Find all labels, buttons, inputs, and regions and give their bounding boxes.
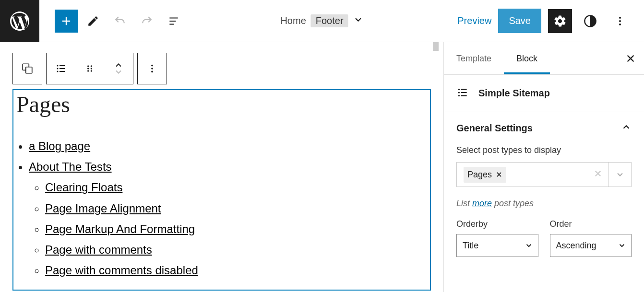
page-link[interactable]: About The Tests	[29, 160, 112, 173]
svg-point-22	[458, 89, 460, 90]
post-types-field: Select post types to display Pages	[444, 145, 644, 199]
tag-pages[interactable]: Pages	[464, 167, 506, 183]
wordpress-logo[interactable]	[0, 0, 39, 42]
svg-point-4	[619, 23, 621, 25]
panel-general-settings[interactable]: General Settings	[444, 112, 644, 145]
svg-point-20	[151, 68, 153, 70]
tab-block[interactable]: Block	[504, 42, 550, 74]
chevron-down-icon	[353, 14, 364, 27]
order-label: Order	[550, 219, 632, 229]
order-row: Orderby Title Order Ascending	[444, 219, 644, 257]
page-link[interactable]: Clearing Floats	[45, 181, 122, 194]
drag-handle[interactable]	[75, 53, 104, 84]
sidebar-tabs: Template Block	[444, 42, 644, 75]
clear-tags-button[interactable]	[588, 168, 608, 181]
svg-point-11	[57, 71, 59, 72]
svg-point-17	[87, 70, 89, 71]
list-item: Page with comments	[45, 239, 426, 260]
page-link[interactable]: Page with comments	[45, 243, 152, 256]
svg-rect-6	[26, 67, 32, 73]
main-area: Pages a Blog pageAbout The TestsClearing…	[0, 42, 644, 292]
block-info-header: Simple Sitemap	[444, 75, 644, 112]
page-link[interactable]: a Blog page	[29, 140, 90, 152]
toolbar-right-group: Preview Save	[457, 9, 644, 33]
page-link[interactable]: Page Markup And Formatting	[45, 222, 195, 235]
svg-rect-25	[461, 92, 467, 93]
dropdown-toggle[interactable]	[608, 163, 631, 187]
svg-point-14	[91, 65, 92, 67]
block-name: Simple Sitemap	[478, 88, 550, 99]
sitemap-heading: Pages	[16, 91, 426, 117]
document-outline-button[interactable]	[162, 10, 185, 33]
list-icon	[456, 86, 469, 100]
list-item: a Blog page	[29, 136, 426, 156]
orderby-field: Orderby Title	[456, 219, 538, 257]
undo-button[interactable]	[108, 10, 131, 33]
orderby-select[interactable]: Title	[456, 234, 538, 257]
block-options-button[interactable]	[138, 53, 167, 84]
styles-button[interactable]	[579, 10, 602, 33]
svg-point-26	[458, 95, 460, 96]
list-item: Page Image Alignment	[45, 198, 426, 219]
move-updown[interactable]	[104, 53, 133, 84]
doc-path: Home	[280, 15, 306, 26]
pages-list: a Blog pageAbout The TestsClearing Float…	[16, 136, 426, 280]
close-sidebar-button[interactable]	[620, 48, 641, 69]
preview-button[interactable]: Preview	[457, 15, 491, 26]
list-view-button[interactable]	[47, 53, 75, 84]
order-field: Order Ascending	[550, 219, 632, 257]
more-link[interactable]: more	[472, 199, 492, 208]
tab-template[interactable]: Template	[444, 42, 504, 74]
redo-button[interactable]	[135, 10, 158, 33]
settings-button[interactable]	[548, 9, 572, 33]
svg-point-15	[87, 68, 89, 69]
svg-rect-23	[461, 89, 467, 90]
post-types-hint: List more post types	[444, 199, 644, 219]
page-link[interactable]: Page Image Alignment	[45, 202, 161, 215]
orderby-label: Orderby	[456, 219, 538, 229]
svg-point-7	[57, 65, 59, 67]
block-type-button[interactable]	[13, 53, 42, 84]
list-item: Page with comments disabled	[45, 260, 426, 280]
settings-sidebar: Template Block Simple Sitemap General Se…	[443, 42, 644, 292]
post-types-label: Select post types to display	[456, 145, 632, 155]
svg-point-9	[57, 68, 59, 70]
svg-rect-10	[60, 68, 65, 69]
scrollbar-thumb[interactable]	[433, 42, 439, 51]
svg-point-2	[619, 17, 621, 19]
list-item: Clearing Floats	[45, 177, 426, 198]
svg-rect-27	[461, 95, 467, 96]
order-select[interactable]: Ascending	[550, 234, 632, 257]
top-toolbar: Home Footer Preview Save	[0, 0, 644, 42]
save-button[interactable]: Save	[498, 9, 541, 33]
svg-point-13	[87, 65, 89, 67]
svg-point-18	[91, 70, 92, 71]
svg-rect-12	[60, 71, 65, 72]
edit-mode-button[interactable]	[82, 10, 105, 33]
svg-point-21	[151, 71, 153, 73]
toolbar-left-group	[39, 10, 185, 33]
page-link[interactable]: Page with comments disabled	[45, 264, 198, 277]
list-item: About The TestsClearing FloatsPage Image…	[29, 156, 426, 280]
simple-sitemap-block[interactable]: Pages a Blog pageAbout The TestsClearing…	[12, 89, 431, 291]
svg-point-24	[458, 92, 460, 93]
post-types-select[interactable]: Pages	[456, 162, 632, 187]
svg-rect-8	[60, 65, 65, 66]
document-title[interactable]: Home Footer	[280, 14, 363, 27]
svg-point-3	[619, 20, 621, 22]
doc-current: Footer	[311, 14, 348, 27]
more-options-button[interactable]	[608, 10, 632, 33]
svg-point-16	[91, 68, 92, 69]
editor-canvas: Pages a Blog pageAbout The TestsClearing…	[0, 42, 443, 292]
list-item: Page Markup And Formatting	[45, 219, 426, 239]
add-block-button[interactable]	[55, 10, 78, 33]
chevron-up-icon	[621, 122, 632, 135]
svg-point-19	[151, 65, 153, 67]
block-toolbar	[12, 53, 431, 84]
